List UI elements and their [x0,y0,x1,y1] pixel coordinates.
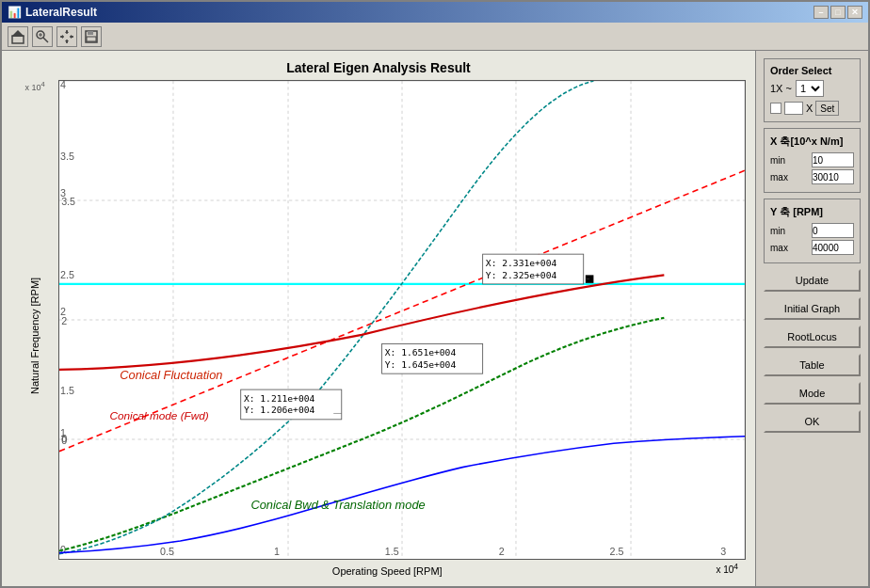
y-max-input[interactable] [812,240,854,255]
title-bar-buttons: – □ ✕ [814,6,862,19]
maximize-button[interactable]: □ [830,6,846,19]
y-axis-group: Y 축 [RPM] min max [764,199,861,263]
window-title: LateralResult [25,6,97,19]
svg-line-3 [43,38,48,42]
chart-area: Lateral Eigen Analysis Result x 104 Natu… [2,51,755,586]
x-value-input[interactable] [784,102,803,115]
svg-text:2: 2 [499,546,505,557]
zoom-tool-button[interactable] [32,26,53,47]
svg-text:Y: 1.206e+004: Y: 1.206e+004 [244,405,315,416]
order-select-title: Order Select [770,65,854,76]
svg-text:2: 2 [60,306,66,317]
y-scale-label: x 104 [24,80,44,92]
svg-text:1.5: 1.5 [60,385,74,396]
save-tool-button[interactable] [81,26,102,47]
update-button[interactable]: Update [764,269,861,292]
svg-marker-7 [65,40,69,43]
x-min-label: min [770,155,785,166]
y-min-row: min [770,223,854,238]
svg-text:2.5: 2.5 [60,269,74,280]
svg-text:3: 3 [60,187,66,199]
pan-tool-button[interactable] [56,26,77,47]
order-row: 1X ~ 1 2 3 [770,80,854,97]
x-max-input[interactable] [812,169,854,184]
svg-text:X: 2.331e+004: X: 2.331e+004 [486,258,557,268]
y-min-input[interactable] [812,223,854,238]
minimize-button[interactable]: – [814,6,829,19]
x-min-row: min [770,152,854,167]
sidebar: Order Select 1X ~ 1 2 3 X Set [755,51,868,586]
y-axis-title: Y 축 [RPM] [770,205,854,219]
main-area: Lateral Eigen Analysis Result x 104 Natu… [2,51,868,586]
chart-title: Lateral Eigen Analysis Result [11,60,746,75]
svg-marker-9 [71,35,73,39]
svg-rect-11 [88,31,93,35]
svg-text:2.5: 2.5 [610,546,624,557]
svg-text:1: 1 [274,546,280,557]
svg-marker-8 [60,35,63,39]
svg-text:0.5: 0.5 [160,546,174,557]
svg-text:4: 4 [60,81,66,90]
svg-rect-0 [12,36,24,43]
svg-text:Y: 2.325e+004: Y: 2.325e+004 [486,270,557,280]
x-max-label: max [770,172,788,183]
svg-text:1: 1 [60,427,66,438]
set-button[interactable]: Set [815,101,839,116]
x-scale-label: x 104 [716,562,746,577]
x-axis-label: Operating Speed [RPM] [58,565,716,577]
title-bar-left: 📊 LateralResult [8,6,97,19]
svg-text:X: 1.211e+004: X: 1.211e+004 [244,393,315,404]
x-min-input[interactable] [812,152,854,167]
title-bar: 📊 LateralResult – □ ✕ [2,2,868,23]
x-axis-title: X 축[10^x N/m] [770,135,854,149]
svg-text:X: 1.651e+004: X: 1.651e+004 [385,347,457,358]
home-tool-button[interactable] [8,26,28,47]
mode-button[interactable]: Mode [764,382,861,405]
svg-text:Y: 1.645e+004: Y: 1.645e+004 [385,359,457,370]
svg-text:1.5: 1.5 [385,546,399,557]
y-min-label: min [770,226,785,236]
svg-text:Conical Fluctuation: Conical Fluctuation [120,369,222,383]
svg-text:2: 2 [61,315,67,326]
y-max-label: max [770,243,788,253]
order-select[interactable]: 1 2 3 [796,80,824,97]
close-button[interactable]: ✕ [847,6,862,19]
svg-text:3.5: 3.5 [60,151,74,162]
x-max-row: max [770,169,854,184]
rootlocus-button[interactable]: RootLocus [764,326,861,348]
x-checkbox-row: X Set [770,101,854,116]
chart-plot: 0 2 3.5 0 0 1 2 3 4 2.5 1.5 3. [58,80,746,560]
x-checkbox[interactable] [770,103,781,114]
svg-text:Conical mode (Fwd): Conical mode (Fwd) [110,409,209,421]
svg-text:Conical Bwd & Translation mode: Conical Bwd & Translation mode [250,498,425,512]
order-prefix: 1X ~ [770,83,792,94]
svg-marker-1 [11,30,24,37]
svg-marker-6 [65,30,69,33]
chart-inner: x 104 Natural Frequency [RPM] [11,80,746,577]
table-button[interactable]: Table [764,354,861,376]
toolbar [2,23,868,51]
main-window: 📊 LateralResult – □ ✕ [0,0,870,588]
y-max-row: max [770,240,854,255]
ok-button[interactable]: OK [764,410,861,433]
initial-graph-button[interactable]: Initial Graph [764,297,861,320]
y-axis-label: Natural Frequency [RPM] [26,94,43,577]
x-axis-group: X 축[10^x N/m] min max [764,128,861,193]
window-icon: 📊 [8,6,22,19]
order-select-group: Order Select 1X ~ 1 2 3 X Set [764,58,861,122]
chart-svg: 0 2 3.5 0 0 1 2 3 4 2.5 1.5 3. [59,81,745,559]
x-label: X [806,103,813,114]
svg-rect-12 [87,37,96,41]
svg-text:3: 3 [720,546,726,557]
